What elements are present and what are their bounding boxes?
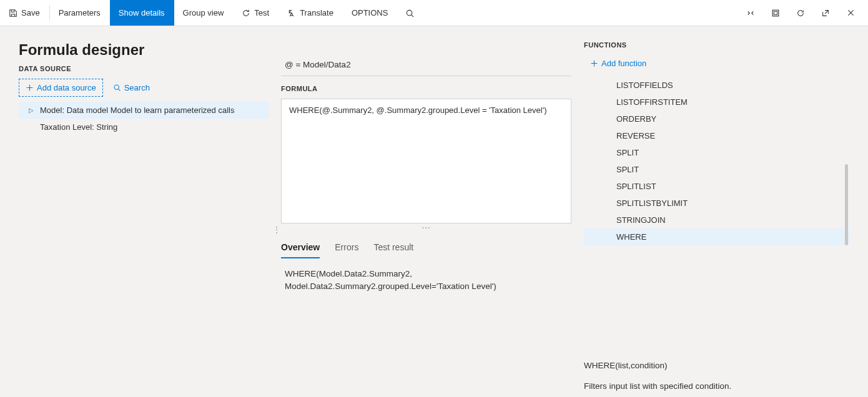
vertical-splitter[interactable]: ⋮ <box>272 228 281 231</box>
horizontal-splitter[interactable]: ⋯ <box>281 223 571 235</box>
formula-section-label: FORMULA <box>281 85 571 92</box>
search-data-source-label: Search <box>124 83 150 92</box>
add-data-source-button[interactable]: Add data source <box>19 79 103 97</box>
svg-point-4 <box>114 85 119 89</box>
popout-icon <box>821 9 830 17</box>
formula-editor[interactable] <box>281 99 571 223</box>
svg-rect-3 <box>774 11 777 14</box>
scrollbar-thumb[interactable] <box>845 164 848 245</box>
formula-binding-header: @ = Model/Data2 <box>281 57 571 76</box>
translate-icon <box>287 9 296 17</box>
function-description: Filters input list with specified condit… <box>584 381 849 391</box>
office-icon <box>771 9 780 17</box>
function-item[interactable]: REVERSE <box>611 127 832 144</box>
functions-panel: FUNCTIONS Add function LISTOFFIELDS LIST… <box>584 41 849 391</box>
test-button[interactable]: Test <box>233 0 279 26</box>
parameters-label: Parameters <box>59 8 101 17</box>
function-item-where[interactable]: WHERE <box>584 228 849 245</box>
office-button[interactable] <box>763 0 788 26</box>
data-source-section-label: DATA SOURCE <box>19 65 269 72</box>
data-source-panel: Formula designer DATA SOURCE Add data so… <box>19 41 269 391</box>
group-view-label: Group view <box>183 8 224 17</box>
function-item[interactable]: LISTOFFIRSTITEM <box>611 94 832 110</box>
function-syntax: WHERE(list,condition) <box>584 361 849 370</box>
search-data-source-button[interactable]: Search <box>107 79 156 97</box>
translate-button[interactable]: Translate <box>279 0 343 26</box>
group-view-button[interactable]: Group view <box>174 0 234 26</box>
search-icon <box>405 9 415 18</box>
options-label: OPTIONS <box>352 8 388 17</box>
tab-overview[interactable]: Overview <box>281 238 320 258</box>
functions-section-label: FUNCTIONS <box>584 41 849 49</box>
save-button[interactable]: Save <box>0 0 49 26</box>
plus-icon <box>590 59 598 67</box>
function-item[interactable]: SPLIT <box>611 161 832 178</box>
svg-line-5 <box>118 89 120 91</box>
tree-item-label: Model: Data model Model to learn paramet… <box>40 105 234 115</box>
function-item[interactable]: SPLIT <box>611 144 832 161</box>
toolbar-search-button[interactable] <box>397 0 422 26</box>
functions-list[interactable]: LISTOFFIELDS LISTOFFIRSTITEM ORDERBY REV… <box>584 77 849 350</box>
add-data-source-label: Add data source <box>37 83 96 92</box>
tree-item-taxation-level[interactable]: Taxation Level: String <box>19 119 269 135</box>
function-item[interactable]: STRINGJOIN <box>611 212 832 228</box>
add-function-button[interactable]: Add function <box>584 55 653 72</box>
overview-line: WHERE(Model.Data2.Summary2, <box>285 268 568 280</box>
caret-right-icon: ▷ <box>26 107 36 114</box>
add-function-label: Add function <box>601 59 646 68</box>
overview-content: WHERE(Model.Data2.Summary2, Model.Data2.… <box>281 259 571 302</box>
svg-rect-2 <box>772 10 779 16</box>
options-button[interactable]: OPTIONS <box>343 0 398 26</box>
tab-test-result[interactable]: Test result <box>373 238 413 258</box>
top-toolbar: Save Parameters Show details Group view … <box>0 0 868 26</box>
close-icon <box>847 9 855 17</box>
test-icon <box>242 9 250 17</box>
svg-line-1 <box>412 14 413 16</box>
translate-label: Translate <box>300 8 333 17</box>
parameters-button[interactable]: Parameters <box>50 0 110 26</box>
page-title: Formula designer <box>19 41 269 59</box>
plus-icon <box>26 84 34 92</box>
close-button[interactable] <box>838 0 863 26</box>
page-body: Formula designer DATA SOURCE Add data so… <box>0 26 868 397</box>
overview-line: Model.Data2.Summary2.grouped.Level='Taxa… <box>285 280 568 293</box>
formula-panel: ⋮ @ = Model/Data2 FORMULA ⋯ Overview Err… <box>281 41 571 391</box>
popout-button[interactable] <box>813 0 838 26</box>
refresh-button[interactable] <box>788 0 813 26</box>
function-item[interactable]: LISTOFFIELDS <box>611 77 832 94</box>
function-item[interactable]: SPLITLIST <box>611 178 832 195</box>
search-icon <box>113 84 121 92</box>
test-label: Test <box>254 8 269 17</box>
function-item[interactable]: SPLITLISTBYLIMIT <box>611 195 832 212</box>
connector-icon <box>746 9 755 17</box>
refresh-icon <box>796 9 805 17</box>
function-item[interactable]: ORDERBY <box>611 110 832 127</box>
tree-item-model[interactable]: ▷ Model: Data model Model to learn param… <box>19 102 269 119</box>
show-details-button[interactable]: Show details <box>110 0 174 26</box>
save-label: Save <box>21 8 40 17</box>
data-source-tree: ▷ Model: Data model Model to learn param… <box>19 102 269 135</box>
tree-item-label: Taxation Level: String <box>40 122 117 132</box>
svg-point-0 <box>407 10 412 15</box>
show-details-label: Show details <box>119 8 165 17</box>
result-tabs: Overview Errors Test result <box>281 238 571 259</box>
connector-button[interactable] <box>738 0 763 26</box>
tab-errors[interactable]: Errors <box>335 238 358 258</box>
save-icon <box>9 9 17 17</box>
